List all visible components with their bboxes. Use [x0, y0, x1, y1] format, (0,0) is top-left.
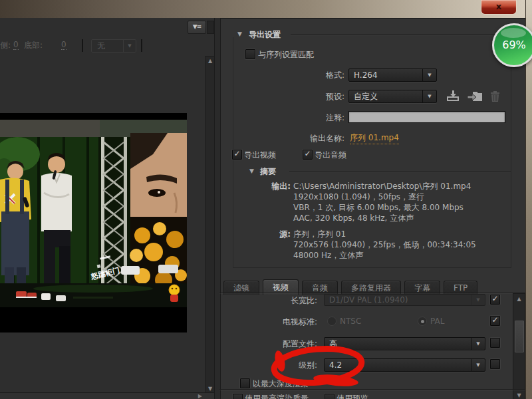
close-button[interactable]: x — [481, 0, 517, 15]
export-video-checkbox[interactable]: ✓ — [232, 150, 242, 160]
max-depth-checkbox[interactable] — [240, 378, 250, 388]
import-preset-icon — [467, 90, 482, 102]
export-settings-window: x ▼≡ 侧: 0 底部: 0 无 ▼ — [0, 0, 532, 399]
aspect-ratio-value: D1/DV PAL (1.0940) — [325, 295, 471, 305]
check-icon: ✓ — [304, 151, 311, 157]
save-preset-button[interactable] — [446, 90, 460, 104]
crop-bottom-value[interactable]: 0 — [61, 40, 66, 50]
summary-output-label: 输出: — [253, 181, 291, 192]
export-audio-label: 导出音频 — [315, 150, 346, 161]
aspect-ratio-label: 长宽比: — [239, 295, 317, 307]
level-value: 4.2 — [325, 360, 471, 370]
video-preview: 怒踹柜门 — [0, 113, 187, 332]
export-audio-checkbox[interactable]: ✓ — [303, 150, 313, 160]
check-icon: ✓ — [491, 296, 498, 302]
export-settings-title: 导出设置 — [249, 29, 281, 41]
max-depth-label: 以最大深度渲染 — [253, 378, 309, 390]
scroll-right-icon[interactable]: ▶ — [198, 393, 202, 399]
delete-preset-button[interactable] — [490, 90, 500, 104]
level-dropdown[interactable]: 4.2 ▼ — [324, 358, 485, 372]
delete-preset-icon — [490, 90, 500, 102]
pal-radio — [418, 317, 427, 326]
match-sequence-checkbox[interactable] — [245, 49, 255, 59]
chevron-down-icon: ▼ — [471, 295, 485, 305]
crop-ratio-value: 无 — [92, 41, 123, 52]
close-icon: x — [496, 1, 501, 11]
summary-source-line: 720x576 (1.0940)，25fps，低场，00:34:34:05 — [293, 239, 476, 251]
preset-value: 自定义 — [349, 91, 422, 102]
tv-standard-override-checkbox[interactable]: ✓ — [490, 316, 500, 326]
summary-output-line: AAC, 320 Kbps, 48 kHz, 立体声 — [293, 213, 414, 224]
profile-value: 高 — [325, 338, 471, 350]
export-video-label: 导出视频 — [244, 150, 276, 161]
output-name-link[interactable]: 序列 01.mp4 — [350, 132, 399, 144]
chevron-down-icon: ▼ — [422, 90, 436, 102]
chevron-down-icon: ▼ — [471, 359, 485, 371]
tab-content-scrollbar[interactable]: ▲ ▼ — [513, 293, 525, 399]
scrollbar-thumb[interactable] — [515, 321, 524, 352]
chevron-down-icon: ▼ — [422, 69, 436, 81]
match-sequence-label: 与序列设置匹配 — [258, 49, 314, 61]
save-preset-icon — [446, 90, 460, 102]
chevron-down-icon: ▼ — [123, 40, 136, 52]
check-icon: ✓ — [233, 151, 240, 157]
summary-title: 摘要 — [260, 166, 276, 178]
section-rule — [291, 34, 524, 35]
collapse-export-settings-icon[interactable]: ▼ — [237, 31, 242, 37]
ntsc-label: NTSC — [340, 317, 361, 326]
scroll-down-icon[interactable]: ▼ — [513, 392, 525, 398]
summary-source-label: 源: — [253, 229, 291, 240]
summary-output-path: C:\Users\Administrator\Desktop\序列 01.mp4 — [293, 181, 471, 192]
scroll-up-icon[interactable]: ▲ — [205, 58, 215, 64]
collapse-summary-icon[interactable]: ▼ — [249, 168, 254, 174]
preset-dropdown[interactable]: 自定义 ▼ — [348, 90, 437, 103]
window-titlebar — [0, 0, 532, 19]
import-preset-button[interactable] — [467, 90, 482, 104]
aspect-ratio-dropdown: D1/DV PAL (1.0940) ▼ — [324, 294, 485, 306]
progress-value: 69% — [494, 39, 532, 51]
scroll-down-icon[interactable]: ▼ — [205, 386, 215, 392]
crop-side-value[interactable]: 0 — [13, 40, 19, 50]
section-rule — [289, 171, 511, 172]
summary-source-line: 48000 Hz，立体声 — [293, 250, 363, 261]
profile-override-checkbox[interactable] — [490, 338, 500, 348]
level-override-checkbox[interactable] — [490, 359, 500, 369]
crop-bottom-label: 底部: — [24, 40, 43, 51]
toolbar-separator — [82, 39, 83, 52]
crop-ratio-dropdown[interactable]: 无 ▼ — [91, 39, 136, 53]
panel-menu-button[interactable]: ▼≡ — [188, 21, 206, 34]
comment-input[interactable] — [348, 111, 505, 123]
crop-side-label: 侧: — [0, 40, 11, 51]
use-previews-checkbox[interactable] — [325, 394, 334, 399]
max-render-quality-checkbox[interactable] — [233, 394, 243, 399]
profile-dropdown[interactable]: 高 ▼ — [324, 337, 485, 350]
tabbar-baseline — [219, 293, 525, 293]
check-icon: ✓ — [491, 317, 498, 323]
level-label: 级别: — [239, 360, 317, 371]
format-label: 格式: — [266, 70, 344, 81]
use-previews-label: 使用预览 — [336, 393, 368, 399]
preset-label: 预设: — [266, 91, 344, 102]
tv-standard-label: 电视标准: — [239, 317, 317, 328]
summary-output-line: VBR，1 次, 目标 6.00 Mbps, 最大 8.00 Mbps — [293, 202, 464, 213]
progress-badge: 69% — [492, 23, 532, 67]
panel-divider[interactable] — [214, 18, 221, 399]
comment-label: 注释: — [266, 112, 344, 124]
output-name-label: 输出名称: — [266, 133, 344, 144]
chevron-down-icon: ▼ — [471, 338, 485, 350]
format-value: H.264 — [349, 70, 422, 80]
scroll-up-icon[interactable]: ▲ — [513, 296, 525, 302]
aspect-ratio-override-checkbox[interactable]: ✓ — [490, 295, 500, 305]
summary-output-line: 1920x1080 (1.094)，50fps，逐行 — [293, 192, 424, 203]
format-dropdown[interactable]: H.264 ▼ — [348, 68, 437, 82]
left-panel-hscrollbar[interactable]: ▶ — [0, 392, 214, 399]
toolbar-separator — [141, 39, 142, 52]
pal-label: PAL — [430, 317, 444, 326]
video-preview-frame: 怒踹柜门 — [0, 113, 187, 332]
badge-gloss — [501, 28, 526, 38]
panel-menu-icon: ▼≡ — [193, 23, 201, 30]
profile-label: 配置文件: — [239, 338, 317, 350]
radio-dot — [421, 320, 424, 323]
max-render-quality-label: 使用最高渲染质量 — [245, 393, 309, 399]
summary-source-value: 序列，序列 01 — [293, 229, 346, 240]
